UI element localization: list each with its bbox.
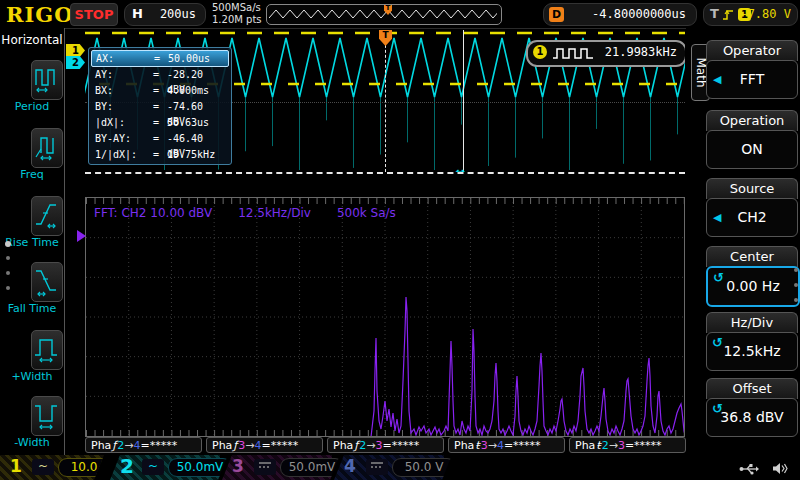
- cursor-row-ax: AX:=50.00us: [91, 50, 229, 67]
- horizontal-timebase-group: H 200us: [124, 3, 206, 26]
- source-softkey[interactable]: ◀CH2: [706, 198, 798, 237]
- center-softkey[interactable]: ↺0.00 Hz: [706, 266, 800, 307]
- ch2-coupling-icon: ~: [142, 459, 164, 475]
- delay-value: -4.80000000us: [592, 7, 686, 21]
- preview-wave: [269, 6, 497, 22]
- measurement-slot-3[interactable]: Phaƒ2→3=*****: [327, 437, 444, 453]
- fft-source-scale: FFT: CH2 10.00 dBV: [94, 206, 212, 220]
- counter-channel-badge: 1: [533, 45, 547, 59]
- fft-window: FFT: CH2 10.00 dBV12.5kHz/Div500k Sa/s: [85, 197, 685, 437]
- fft-spectrum-plot: [86, 198, 684, 436]
- memory-depth: 1.20M pts: [212, 14, 262, 26]
- system-status-icons: [731, 458, 788, 477]
- rise-time-icon: [32, 197, 60, 233]
- cursor-row-by: BY:=-74.60 dBV: [91, 99, 227, 114]
- pos-width-icon: [32, 331, 60, 367]
- knob-icon: ↺: [712, 324, 723, 361]
- ch2-scale-value: 50.0mV: [168, 458, 232, 477]
- top-status-bar: RIGOL STOP H 200us 500MSa/s 1.20M pts T …: [0, 0, 800, 29]
- freq-button[interactable]: [31, 128, 63, 168]
- fall-time-button[interactable]: [31, 262, 63, 302]
- fft-info-readout: FFT: CH2 10.00 dBV12.5kHz/Div500k Sa/s: [94, 206, 422, 220]
- fall-time-label: Fall Time: [0, 302, 64, 315]
- left-menu-title: Horizontal: [0, 33, 64, 47]
- cursor-row-dx: |dX|:=50.63us: [91, 115, 227, 130]
- neg-width-button[interactable]: [31, 396, 63, 436]
- window-separator-line: [85, 172, 685, 174]
- waveform-preview: T: [266, 4, 502, 25]
- menu-arrow-icon: ◀: [713, 199, 721, 236]
- ch2-position-marker[interactable]: 2: [66, 56, 85, 69]
- sample-rate: 500MSa/s: [212, 2, 262, 14]
- ch1-coupling-icon: ~: [32, 459, 54, 475]
- run-state-badge: STOP: [70, 3, 118, 26]
- acquisition-rates: 500MSa/s 1.20M pts: [212, 2, 262, 26]
- h-badge: H: [132, 6, 143, 21]
- oscilloscope-screen: RIGOL STOP H 200us 500MSa/s 1.20M pts T …: [0, 0, 800, 480]
- knob-icon: ↺: [713, 259, 724, 296]
- cursor-horizontal-arrow-icon: ↔: [455, 165, 465, 172]
- square-wave-icon: [552, 47, 596, 60]
- cursor-b-line[interactable]: [463, 30, 464, 172]
- trigger-level-value: -7.80 V: [740, 7, 791, 21]
- period-icon: [32, 61, 60, 97]
- delay-group: D -4.80000000us: [543, 3, 697, 26]
- measurement-slot-4[interactable]: Phaŧ3→4=*****: [448, 437, 565, 453]
- menu-arrow-icon: ◀: [713, 61, 721, 98]
- cursor-row-bx: BX:=4.000ms: [91, 83, 227, 98]
- channel-2-status[interactable]: 2 ~ 50.0mV: [110, 455, 220, 480]
- cursor-measurement-panel: AX:=50.00us AY:=-28.20 dBV BX:=4.000ms B…: [88, 47, 232, 165]
- horizontal-measure-menu: Horizontal Period Freq: [0, 28, 65, 480]
- neg-width-label: -Width: [0, 436, 64, 449]
- ch4-scale-value: 50.0 V: [392, 458, 456, 477]
- cursor-row-invdx: 1/|dX|:=19.75kHz: [91, 147, 227, 162]
- measurement-slot-5[interactable]: Phaŧ2→3=*****: [569, 437, 686, 453]
- operation-softkey[interactable]: ON: [706, 130, 798, 169]
- delay-badge: D: [549, 7, 564, 22]
- offset-softkey[interactable]: ↺36.8 dBV: [706, 398, 798, 437]
- ch4-coupling-icon: [366, 459, 388, 475]
- usb-icon: [739, 463, 759, 475]
- channel-status-bar: 1 ~ 10.0 V 2 ~ 50.0mV 3 50.0mV 4 50.0 V: [0, 455, 800, 480]
- math-position-marker[interactable]: [77, 230, 86, 242]
- period-label: Period: [0, 100, 64, 113]
- trigger-badge: T: [710, 6, 719, 21]
- neg-width-icon: [32, 397, 60, 433]
- fft-hzdiv: 12.5kHz/Div: [238, 206, 311, 220]
- counter-value: 21.9983kHz: [605, 45, 677, 59]
- period-button[interactable]: [31, 60, 63, 100]
- knob-icon: ↺: [712, 390, 723, 427]
- channel-4-status[interactable]: 4 50.0 V: [334, 455, 444, 480]
- cursor-a-line[interactable]: [385, 30, 386, 172]
- operation-label: Operation: [706, 110, 798, 131]
- math-menu: Math Operator ◀FFT Operation ON Source ◀…: [686, 28, 800, 480]
- time-domain-window: ↔ T AX:=50.00us AY:=-28.20 dBV BX:=4.000…: [85, 30, 685, 172]
- cursor-row-ay: AY:=-28.20 dBV: [91, 67, 227, 82]
- display-area: ↔ T AX:=50.00us AY:=-28.20 dBV BX:=4.000…: [85, 30, 685, 437]
- rise-time-button[interactable]: [31, 196, 63, 236]
- operator-softkey[interactable]: ◀FFT: [706, 60, 798, 99]
- hzdiv-softkey[interactable]: ↺12.5kHz: [706, 332, 798, 371]
- channel-1-status[interactable]: 1 ~ 10.0 V: [0, 455, 110, 480]
- channel-3-status[interactable]: 3 50.0mV: [222, 455, 332, 480]
- frequency-counter: 1 21.9983kHz: [526, 40, 685, 67]
- timebase-value: 200us: [160, 7, 196, 21]
- source-label: Source: [706, 178, 798, 199]
- operator-label: Operator: [706, 40, 798, 61]
- fall-time-icon: [32, 263, 60, 299]
- pos-width-button[interactable]: [31, 330, 63, 370]
- ch3-scale-value: 50.0mV: [280, 458, 344, 477]
- measurement-slot-1[interactable]: Phaƒ2→4=*****: [85, 437, 202, 453]
- trigger-group: T 1 -7.80 V: [703, 3, 798, 26]
- measurement-slot-2[interactable]: Phaƒ3→4=*****: [206, 437, 323, 453]
- ch3-coupling-icon: [254, 459, 276, 475]
- cursor-row-byay: BY-AY:=-46.40 dBV: [91, 131, 227, 146]
- ch1-position-marker[interactable]: 1: [66, 44, 85, 57]
- rising-edge-icon: [722, 8, 735, 21]
- freq-icon: [32, 129, 60, 165]
- freq-label: Freq: [0, 168, 64, 181]
- fft-sample-rate: 500k Sa/s: [337, 206, 396, 220]
- pos-width-label: +Width: [0, 370, 64, 383]
- speaker-icon: [772, 462, 788, 475]
